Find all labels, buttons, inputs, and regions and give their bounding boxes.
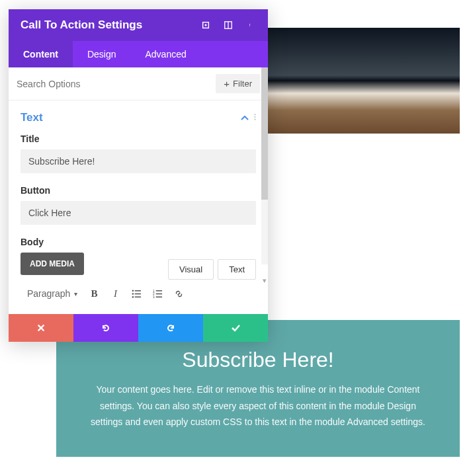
bold-button[interactable]: B bbox=[85, 285, 103, 302]
svg-rect-17 bbox=[156, 290, 162, 292]
settings-panel: Call To Action Settings Content Design A… bbox=[9, 9, 268, 342]
svg-rect-15 bbox=[135, 296, 141, 298]
cta-body: Your content goes here. Edit or remove t… bbox=[88, 381, 428, 430]
filter-label: Filter bbox=[233, 79, 252, 89]
editor-tab-visual[interactable]: Visual bbox=[168, 259, 214, 280]
svg-point-1 bbox=[205, 24, 206, 26]
format-label: Paragraph bbox=[27, 288, 70, 299]
link-button[interactable] bbox=[170, 285, 187, 302]
panel-header: Call To Action Settings bbox=[9, 9, 268, 41]
search-input[interactable] bbox=[17, 75, 209, 93]
format-select[interactable]: Paragraph ▾ bbox=[23, 286, 81, 301]
save-button[interactable] bbox=[203, 314, 268, 342]
svg-rect-11 bbox=[135, 290, 141, 292]
filter-button[interactable]: + Filter bbox=[216, 74, 260, 93]
redo-button[interactable] bbox=[138, 314, 203, 342]
plus-icon: + bbox=[224, 79, 230, 89]
panel-title: Call To Action Settings bbox=[21, 19, 142, 32]
svg-rect-21 bbox=[156, 296, 162, 298]
footer-actions bbox=[9, 314, 268, 342]
dropdown-icon: ▾ bbox=[74, 290, 77, 298]
button-input[interactable] bbox=[21, 201, 256, 225]
svg-rect-13 bbox=[135, 293, 141, 294]
section-more-icon[interactable] bbox=[254, 112, 256, 124]
svg-point-6 bbox=[249, 26, 250, 26]
svg-point-14 bbox=[132, 296, 134, 297]
svg-text:3: 3 bbox=[153, 296, 155, 299]
columns-icon[interactable] bbox=[223, 20, 234, 30]
scrollbar-thumb[interactable] bbox=[261, 67, 268, 200]
numbered-list-button[interactable]: 123 bbox=[149, 285, 166, 302]
svg-rect-19 bbox=[156, 293, 162, 294]
svg-point-10 bbox=[132, 290, 134, 291]
svg-point-12 bbox=[132, 293, 134, 294]
svg-point-7 bbox=[254, 114, 255, 115]
editor-tab-text[interactable]: Text bbox=[218, 259, 256, 280]
cancel-button[interactable] bbox=[9, 314, 73, 342]
tab-advanced[interactable]: Advanced bbox=[130, 41, 200, 67]
undo-button[interactable] bbox=[73, 314, 138, 342]
title-input[interactable] bbox=[21, 149, 256, 173]
collapse-icon[interactable] bbox=[241, 112, 249, 124]
italic-button[interactable]: I bbox=[107, 285, 124, 302]
svg-point-5 bbox=[249, 24, 250, 25]
button-label: Button bbox=[21, 185, 256, 196]
expand-icon[interactable] bbox=[200, 20, 211, 30]
svg-point-9 bbox=[254, 119, 255, 120]
more-icon[interactable] bbox=[245, 20, 256, 30]
tab-bar: Content Design Advanced bbox=[9, 41, 268, 67]
svg-point-4 bbox=[249, 24, 250, 24]
title-label: Title bbox=[21, 134, 256, 144]
scrollbar[interactable] bbox=[261, 67, 268, 264]
svg-point-8 bbox=[254, 116, 255, 118]
body-label: Body bbox=[21, 237, 256, 247]
tab-design[interactable]: Design bbox=[73, 41, 131, 67]
tab-content[interactable]: Content bbox=[9, 41, 73, 67]
add-media-button[interactable]: ADD MEDIA bbox=[21, 253, 84, 275]
cta-title: Subscribe Here! bbox=[88, 348, 428, 372]
section-title[interactable]: Text bbox=[21, 111, 43, 124]
bullet-list-button[interactable] bbox=[128, 285, 145, 302]
expand-chevron-icon[interactable]: ▾ bbox=[263, 276, 267, 285]
